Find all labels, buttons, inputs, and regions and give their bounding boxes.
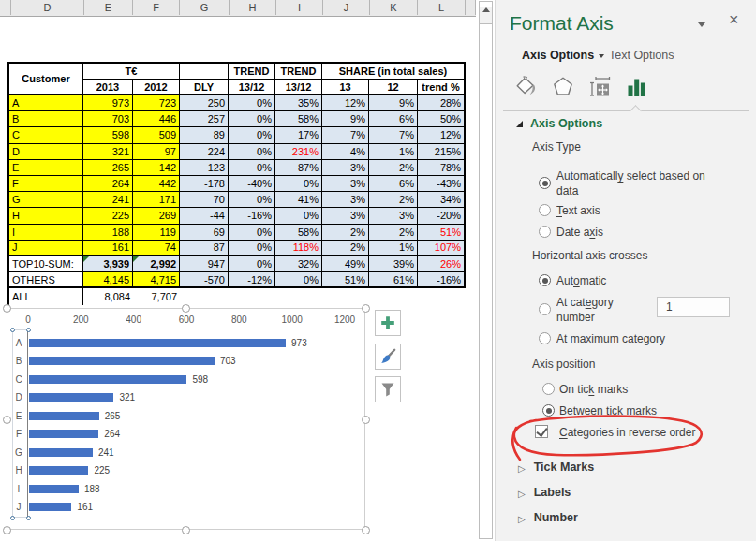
- chart-resize-handle[interactable]: [362, 416, 370, 424]
- axis-tick-label: 400: [126, 314, 141, 325]
- bar-value-label: 241: [98, 447, 114, 458]
- horizontal-axis-crosses-label: Horizontal axis crosses: [532, 249, 647, 262]
- bar[interactable]: [29, 375, 186, 384]
- chart-resize-handle[interactable]: [182, 526, 190, 534]
- radio-date-axis[interactable]: [539, 226, 551, 238]
- size-properties-icon[interactable]: [588, 75, 613, 99]
- radio-label-automatic[interactable]: Automatic: [556, 273, 606, 288]
- category-label: B: [11, 356, 26, 366]
- bar-value-label: 598: [192, 374, 208, 385]
- bar[interactable]: [29, 357, 215, 365]
- radio-label-text-axis[interactable]: Text axis: [556, 203, 600, 218]
- chart-styles-button[interactable]: [375, 344, 401, 370]
- radio-on-tick-marks[interactable]: [542, 383, 555, 395]
- vertical-scrollbar[interactable]: [479, 1, 493, 539]
- axis-tick-label: 600: [179, 314, 195, 325]
- collapse-triangle-icon: [516, 121, 523, 127]
- section-number[interactable]: Number: [518, 509, 578, 526]
- tab-separator: [600, 47, 600, 66]
- radio-at-category-number[interactable]: [539, 303, 551, 315]
- selected-tab-notch: [630, 105, 642, 117]
- category-label: G: [11, 447, 26, 458]
- bar[interactable]: [29, 393, 113, 402]
- category-label: I: [11, 484, 26, 494]
- paintbrush-icon: [379, 348, 396, 365]
- fill-line-icon[interactable]: [513, 75, 538, 99]
- axis-selection-handle[interactable]: [26, 328, 31, 332]
- radio-label-on-tick-marks[interactable]: On tick marks: [559, 382, 628, 397]
- radio-label-date-axis[interactable]: Date axis: [556, 225, 603, 240]
- bar-value-label: 188: [84, 484, 100, 494]
- tab-axis-options[interactable]: Axis Options: [522, 49, 604, 62]
- category-label: F: [11, 429, 26, 439]
- radio-label-automatically-select-based-on-data[interactable]: Automatically select based on data: [556, 168, 721, 198]
- axis-selection-handle[interactable]: [10, 328, 15, 332]
- bar[interactable]: [29, 503, 71, 511]
- bar[interactable]: [29, 448, 93, 457]
- radio-text-axis[interactable]: [539, 204, 551, 216]
- effects-pentagon-icon[interactable]: [551, 75, 575, 99]
- close-icon[interactable]: ×: [729, 10, 739, 30]
- bar-value-label: 264: [104, 429, 120, 439]
- axis-selection-handle[interactable]: [10, 516, 15, 520]
- chart-elements-button[interactable]: [375, 310, 401, 336]
- bar[interactable]: [29, 412, 99, 420]
- axis-tick-label: 1000: [282, 314, 303, 325]
- bar-value-label: 973: [291, 338, 307, 348]
- up-arrow-icon: [482, 7, 490, 12]
- bar-value-label: 703: [220, 356, 236, 366]
- category-label: A: [11, 338, 26, 348]
- radio-between-tick-marks[interactable]: [542, 404, 555, 417]
- chart-resize-handle[interactable]: [182, 304, 190, 313]
- chart-resize-handle[interactable]: [3, 416, 11, 424]
- radio-automatically-select-based-on-data[interactable]: [539, 177, 551, 189]
- axis-tick-label: 0: [25, 314, 31, 325]
- radio-automatic[interactable]: [539, 274, 551, 286]
- bar-value-label: 225: [94, 465, 110, 475]
- scroll-up-button[interactable]: [480, 7, 492, 24]
- category-label: C: [11, 374, 26, 385]
- chevron-down-icon[interactable]: [698, 22, 705, 27]
- axis-selection-handle[interactable]: [26, 516, 31, 520]
- axis-tick-label: 800: [231, 314, 247, 325]
- radio-label-at-maximum-category[interactable]: At maximum category: [556, 331, 665, 346]
- expand-triangle-icon: [518, 484, 526, 501]
- chart-resize-handle[interactable]: [3, 304, 11, 313]
- category-label: D: [11, 392, 26, 402]
- bar-value-label: 161: [77, 502, 93, 512]
- section-labels[interactable]: Labels: [518, 484, 571, 501]
- tab-text-options[interactable]: Text Options: [609, 49, 674, 62]
- format-axis-pane: Format Axis × Axis Options Text Options: [495, 0, 756, 541]
- section-tick-marks[interactable]: Tick Marks: [518, 459, 594, 475]
- radio-label-at-category-number[interactable]: At category number: [556, 295, 635, 325]
- chart-resize-handle[interactable]: [362, 526, 370, 534]
- bar[interactable]: [29, 430, 98, 438]
- bar[interactable]: [29, 485, 79, 493]
- chart-filters-button[interactable]: [375, 376, 401, 402]
- category-label: H: [11, 465, 26, 475]
- bar-value-label: 321: [119, 392, 135, 402]
- expand-triangle-icon: [518, 459, 526, 475]
- axis-tick-label: 200: [73, 314, 89, 325]
- bar-value-label: 265: [105, 411, 121, 421]
- category-number-input[interactable]: 1: [657, 297, 730, 317]
- bar[interactable]: [29, 339, 286, 347]
- bar[interactable]: [29, 466, 88, 475]
- section-axis-options[interactable]: Axis Options: [516, 117, 602, 130]
- radio-at-maximum-category[interactable]: [539, 332, 551, 344]
- category-label: E: [11, 411, 26, 421]
- divider: [503, 110, 749, 111]
- chart-resize-handle[interactable]: [362, 304, 370, 313]
- axis-position-label: Axis position: [532, 358, 595, 371]
- expand-triangle-icon: [518, 509, 526, 526]
- funnel-icon: [379, 381, 396, 398]
- categories-reverse-checkbox[interactable]: [535, 425, 548, 438]
- category-axis-line: [27, 329, 28, 518]
- radio-label-between-tick-marks[interactable]: Between tick marks: [559, 403, 657, 418]
- chart-resize-handle[interactable]: [3, 526, 11, 534]
- axis-options-chart-icon[interactable]: [625, 75, 649, 99]
- categories-reverse-label[interactable]: Categories in reverse order: [559, 425, 695, 440]
- category-label: J: [11, 502, 26, 512]
- axis-type-label: Axis Type: [532, 140, 581, 154]
- axis-tick-label: 1200: [334, 314, 355, 325]
